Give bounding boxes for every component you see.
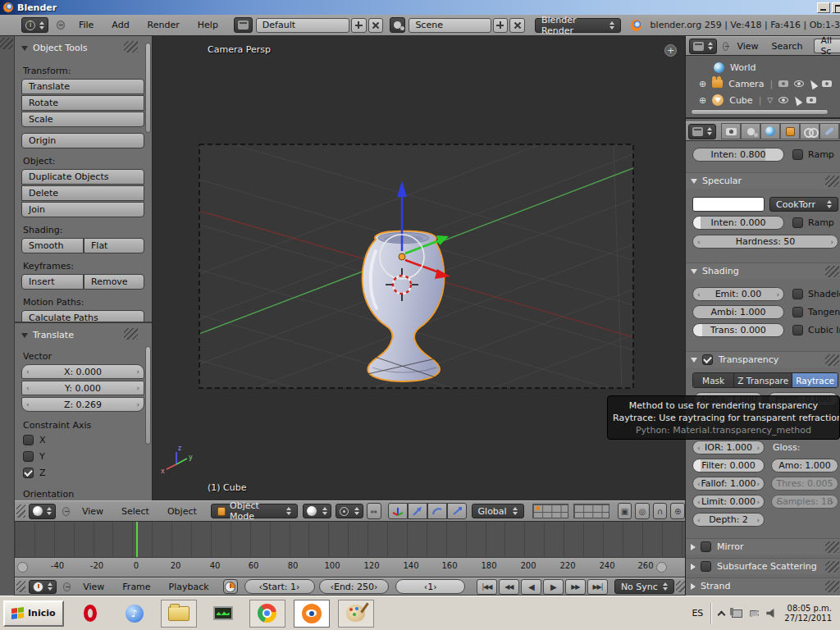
join-button[interactable]: Join [21,202,144,217]
filter-slider[interactable]: Filter: 0.000 [692,459,765,472]
diffuse-ramp-checkbox[interactable] [792,149,803,160]
taskbar-paint-icon[interactable] [338,600,374,628]
sss-panel-header[interactable]: Subsurface Scattering [686,558,840,574]
minimize-button[interactable] [817,2,830,13]
cubic-interpolation-checkbox[interactable] [792,325,803,336]
outliner-item-world[interactable]: World [686,59,840,75]
mode-select[interactable]: Object Mode [211,504,298,518]
maximize-button[interactable] [832,2,840,13]
menu-file[interactable]: File [70,20,103,30]
layer-grid-2[interactable] [573,504,609,518]
tab-world[interactable] [760,123,780,139]
emit-slider[interactable]: Emit: 0.00 [692,287,784,301]
constraint-z-checkbox[interactable] [23,468,34,478]
collapse-menus-icon[interactable] [57,21,65,30]
menu-view[interactable]: View [730,41,765,52]
taskbar-system-monitor-icon[interactable] [205,600,241,628]
render-opengl-button[interactable]: ⊕ [670,503,685,519]
editor-type-selector[interactable] [689,39,717,54]
editor-type-selector[interactable] [688,124,716,139]
menu-select[interactable]: Select [112,506,158,517]
taskbar-blender-icon[interactable] [294,600,330,628]
tab-scene[interactable] [741,123,760,139]
viewport-shading-select[interactable] [303,504,331,518]
taskbar-opera-icon[interactable] [72,600,108,628]
start-button[interactable]: Inicio [3,600,64,627]
3d-viewport[interactable]: z y x Camera Persp (1) Cube [153,36,685,500]
remove-keyframe-button[interactable]: Remove [84,274,144,290]
proportional-edit-button[interactable]: ◎ [635,503,650,519]
menu-frame[interactable]: Frame [113,582,159,592]
specular-color-swatch[interactable] [692,197,765,212]
shading-panel-header[interactable]: Shading [686,262,840,279]
ruler-right-cap[interactable] [656,562,667,573]
flat-button[interactable]: Flat [84,238,144,253]
raytrace-button[interactable]: Raytrace [792,373,838,387]
add-layout-button[interactable] [351,18,367,33]
scale-button[interactable]: Scale [21,112,144,127]
sync-mode-select[interactable]: No Sync [614,579,674,594]
display-filter-select[interactable]: All Sc [814,39,840,53]
mask-button[interactable]: Mask [693,373,734,387]
constraint-y-checkbox[interactable] [23,451,34,462]
manipulator-scale-button[interactable] [447,503,467,519]
delete-layout-button[interactable] [368,18,384,33]
origin-button[interactable]: Origin [21,133,144,148]
mirror-checkbox[interactable] [701,541,711,552]
menu-add[interactable]: Add [103,20,138,30]
editor-type-selector[interactable] [29,580,57,594]
manipulator-translate-button[interactable] [408,503,427,519]
falloff-slider[interactable]: Fallof: 1.000 [692,477,765,491]
ior-slider[interactable]: IOR: 1.000 [692,441,765,454]
scene-icon[interactable] [390,17,405,33]
render-restrict-icon[interactable] [806,97,816,103]
manipulator-rotate-button[interactable] [427,503,447,519]
tangent-shading-checkbox[interactable] [792,307,803,317]
chevron-up-icon[interactable] [718,610,726,619]
lock-to-scene-button[interactable]: ▣ [618,503,632,519]
delete-button[interactable]: Delete [21,185,144,201]
outliner-scrollbar[interactable] [691,109,829,115]
language-indicator[interactable]: ES [692,608,703,619]
timeline-track-area[interactable] [15,522,685,558]
manipulate-center-points-button[interactable]: ⇔ [367,503,381,519]
menu-view[interactable]: View [73,506,112,517]
menu-object[interactable]: Object [158,506,206,517]
play-reverse-button[interactable]: ◀ [521,579,541,595]
insert-keyframe-button[interactable]: Insert [21,274,84,290]
menu-search[interactable]: Search [765,41,810,52]
specular-panel-header[interactable]: Specular [686,172,840,189]
gloss-amount-slider[interactable]: Amo: 1.000 [771,459,838,472]
transparency-panel-header[interactable]: Transparency [686,351,840,368]
strand-panel-header[interactable]: Strand [686,578,840,594]
translucency-slider[interactable]: Trans: 0.000 [692,323,784,337]
area-corner-handle[interactable] [16,504,25,518]
jump-to-end-button[interactable]: ▶▶| [587,579,608,595]
network-icon[interactable] [732,609,742,618]
collapse-menus-icon[interactable] [63,582,71,591]
menu-render[interactable]: Render [139,20,189,30]
depth-slider[interactable]: Depth: 2 [692,513,765,527]
smooth-button[interactable]: Smooth [21,238,84,253]
outliner-item-cube[interactable]: ⊕ Cube | ▽ [686,92,840,108]
tab-render[interactable] [721,123,741,139]
vector-x-field[interactable]: X: 0.000 [21,364,144,379]
panel-drag-handle[interactable] [124,41,138,52]
gloss-threshold-slider[interactable]: Thres: 0.005 [771,477,838,491]
layer-grid-1[interactable] [532,504,568,518]
outliner-item-camera[interactable]: ⊕ Camera | [686,75,840,92]
specular-ramp-checkbox[interactable] [792,217,803,228]
taskbar-itunes-icon[interactable] [116,600,153,628]
transform-orientation-select[interactable]: Global [472,504,524,518]
transparency-checkbox[interactable] [702,354,713,365]
manipulator-axis-button[interactable] [388,503,408,519]
clock[interactable]: 08:05 p.m. 27/12/2011 [784,604,837,623]
pivot-point-select[interactable] [336,504,363,518]
delete-scene-button[interactable] [509,18,525,33]
hardness-slider[interactable]: Hardness: 50 [692,235,838,249]
duplicate-objects-button[interactable]: Duplicate Objects [21,169,144,185]
ambient-slider[interactable]: Ambi: 1.000 [692,305,784,319]
sss-checkbox[interactable] [701,561,711,572]
next-keyframe-button[interactable]: ▶▶ [565,579,586,595]
limit-slider[interactable]: Limit: 0.000 [692,495,765,509]
